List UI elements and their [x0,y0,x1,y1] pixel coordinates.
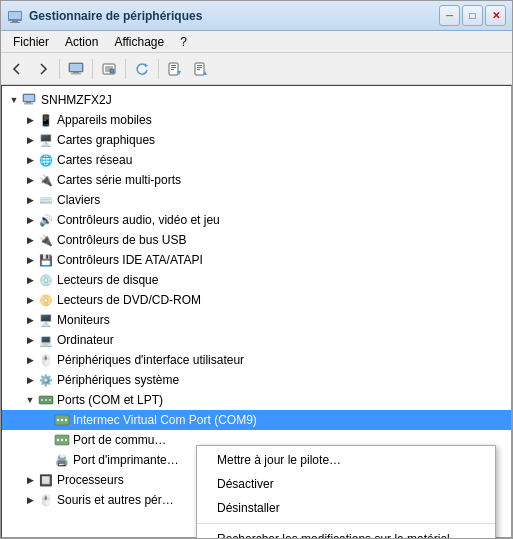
disk-icon: 💿 [38,272,54,288]
serial-icon: 🔌 [38,172,54,188]
minimize-button[interactable]: ─ [439,5,460,26]
mobile-icon: 📱 [38,112,54,128]
svg-point-30 [45,399,47,401]
printer-port-icon: 🖨️ [54,452,70,468]
import-button[interactable] [189,57,213,81]
refresh-button[interactable] [130,57,154,81]
list-item[interactable]: ▶ 🖱️ Périphériques d'interface utilisate… [2,350,511,370]
item-label: Cartes réseau [57,153,132,167]
maximize-button[interactable]: □ [462,5,483,26]
toolbar-sep-4 [158,59,159,79]
menu-help[interactable]: ? [172,33,195,51]
expand-icon[interactable]: ▶ [22,212,38,228]
svg-rect-16 [171,67,176,68]
expand-icon[interactable]: ▶ [22,292,38,308]
title-bar: Gestionnaire de périphériques ─ □ ✕ [1,1,512,31]
svg-point-31 [49,399,51,401]
ctx-uninstall[interactable]: Désinstaller [197,496,495,520]
menu-affichage[interactable]: Affichage [106,33,172,51]
item-label: Appareils mobiles [57,113,152,127]
expand-icon[interactable]: ▶ [22,492,38,508]
list-item[interactable]: ▶ 🔌 Contrôleurs de bus USB [2,230,511,250]
menu-fichier[interactable]: Fichier [5,33,57,51]
list-item[interactable]: ▶ ⌨️ Claviers [2,190,511,210]
item-label: Périphériques d'interface utilisateur [57,353,244,367]
list-item[interactable]: ▶ ⚙️ Périphériques système [2,370,511,390]
expand-icon[interactable]: ▶ [22,332,38,348]
list-item[interactable]: ▶ 🌐 Cartes réseau [2,150,511,170]
item-label: Moniteurs [57,313,110,327]
back-button[interactable] [5,57,29,81]
tree-root[interactable]: ▼ SNHMZFX2J [2,90,511,110]
expand-icon[interactable]: ▶ [22,272,38,288]
svg-rect-20 [197,65,202,66]
expand-icon [38,432,54,448]
list-item[interactable]: ▶ 📱 Appareils mobiles [2,110,511,130]
content-area: ▼ SNHMZFX2J ▶ 📱 Appareils mobiles [1,85,512,538]
expand-icon[interactable]: ▶ [22,232,38,248]
expand-icon[interactable]: ▶ [22,132,38,148]
list-item[interactable]: ▶ 📀 Lecteurs de DVD/CD-ROM [2,290,511,310]
list-item[interactable]: ▶ 🔊 Contrôleurs audio, vidéo et jeu [2,210,511,230]
menu-action[interactable]: Action [57,33,106,51]
expand-icon [38,412,54,428]
toolbar [1,53,512,85]
computer-button[interactable] [64,57,88,81]
expand-icon[interactable]: ▶ [22,112,38,128]
computer2-icon: 💻 [38,332,54,348]
item-label: Cartes graphiques [57,133,155,147]
item-label: Port d'imprimante… [73,453,179,467]
usb-icon: 🔌 [38,232,54,248]
expand-icon[interactable]: ▶ [22,252,38,268]
toolbar-sep-3 [125,59,126,79]
item-label: Contrôleurs de bus USB [57,233,186,247]
list-item[interactable]: ▶ 💾 Contrôleurs IDE ATA/ATAPI [2,250,511,270]
ports-expand-icon[interactable]: ▼ [22,392,38,408]
svg-point-37 [57,439,59,441]
item-label: Périphériques système [57,373,179,387]
svg-point-34 [61,419,63,421]
list-item[interactable]: ▶ 🔌 Cartes série multi-ports [2,170,511,190]
item-label: Port de commu… [73,433,166,447]
hid-icon: 🖱️ [38,352,54,368]
export-button[interactable] [163,57,187,81]
list-item[interactable]: ▶ 🖥️ Cartes graphiques [2,130,511,150]
list-item[interactable]: ▶ 🖥️ Moniteurs [2,310,511,330]
ctx-update-driver[interactable]: Mettre à jour le pilote… [197,448,495,472]
expand-icon[interactable]: ▶ [22,192,38,208]
svg-rect-17 [171,69,174,70]
toolbar-sep-2 [92,59,93,79]
close-button[interactable]: ✕ [485,5,506,26]
expand-icon[interactable]: ▶ [22,372,38,388]
intermec-label: Intermec Virtual Com Port (COM9) [73,413,257,427]
list-item[interactable]: ▶ 💻 Ordinateur [2,330,511,350]
ports-label: Ports (COM et LPT) [57,393,163,407]
ctx-scan-changes[interactable]: Rechercher les modifications sur le maté… [197,527,495,538]
item-label: Processeurs [57,473,124,487]
expand-icon[interactable]: ▶ [22,312,38,328]
mouse-icon: 🖱️ [38,492,54,508]
forward-button[interactable] [31,57,55,81]
keyboard-icon: ⌨️ [38,192,54,208]
ctx-disable[interactable]: Désactiver [197,472,495,496]
expand-icon[interactable]: ▶ [22,352,38,368]
window-icon [7,8,23,24]
root-expand[interactable]: ▼ [6,92,22,108]
expand-icon[interactable]: ▶ [22,472,38,488]
item-label: Contrôleurs IDE ATA/ATAPI [57,253,203,267]
expand-icon[interactable]: ▶ [22,152,38,168]
expand-icon[interactable]: ▶ [22,172,38,188]
window-controls: ─ □ ✕ [439,5,506,26]
svg-rect-21 [197,67,202,68]
item-label: Claviers [57,193,100,207]
info-button[interactable] [97,57,121,81]
ports-item[interactable]: ▼ Ports (COM et LPT) [2,390,511,410]
intermec-item[interactable]: Intermec Virtual Com Port (COM9) [2,410,511,430]
svg-rect-3 [10,22,20,23]
list-item[interactable]: ▶ 💿 Lecteurs de disque [2,270,511,290]
item-label: Lecteurs de disque [57,273,158,287]
svg-rect-2 [12,21,18,22]
com-port-icon [54,412,70,428]
ports-icon [38,392,54,408]
audio-icon: 🔊 [38,212,54,228]
